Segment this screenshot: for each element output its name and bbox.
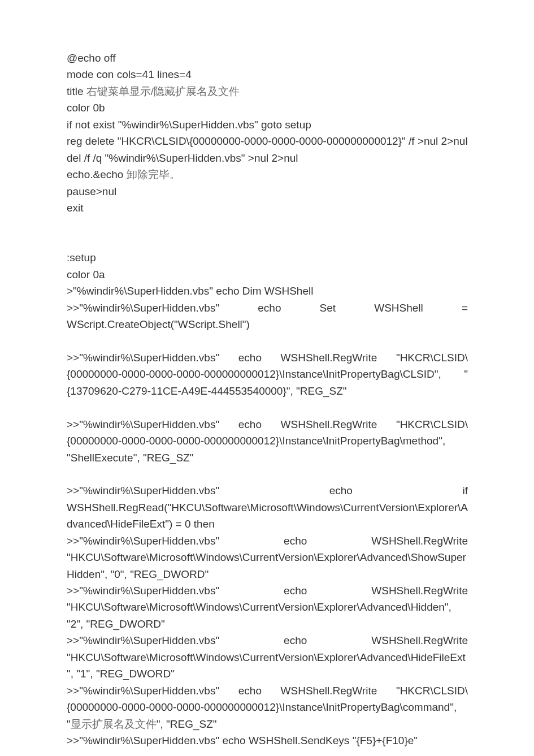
cjk-text-span: 显示扩展名及文件	[71, 718, 157, 730]
code-line: >>"%windir%\SuperHidden.vbs" echo WSHShe…	[67, 416, 468, 466]
code-line: :setup	[67, 249, 468, 266]
code-line: >>"%windir%\SuperHidden.vbs" echo WSHShe…	[67, 732, 468, 749]
code-line: >>"%windir%\SuperHidden.vbs" echo WSHShe…	[67, 682, 468, 732]
code-line: title 右键菜单显示/隐藏扩展名及文件	[67, 83, 468, 100]
code-line: exit	[67, 200, 468, 216]
blank-line	[67, 399, 468, 416]
code-line: color 0b	[67, 100, 468, 116]
code-line: >>"%windir%\SuperHidden.vbs" echo WSHShe…	[67, 349, 468, 399]
cjk-text-span: 卸除完毕。	[127, 169, 180, 180]
blank-line	[67, 233, 468, 249]
code-line: pause>nul	[67, 183, 468, 200]
code-line: >"%windir%\SuperHidden.vbs" echo Dim WSH…	[67, 283, 468, 299]
code-text-span: ", "REG_SZ"	[157, 718, 217, 730]
code-line: >>"%windir%\SuperHidden.vbs" echo WSHShe…	[67, 582, 468, 632]
code-line: >>"%windir%\SuperHidden.vbs" echo WSHShe…	[67, 632, 468, 682]
code-text-span: echo.&echo	[67, 169, 127, 180]
code-line: color 0a	[67, 266, 468, 283]
cjk-text-span: 右键菜单显示/隐藏扩展名及文件	[86, 85, 240, 97]
code-text-span: title	[67, 85, 86, 97]
code-line: >>"%windir%\SuperHidden.vbs" echo if WSH…	[67, 482, 468, 532]
blank-line	[67, 216, 468, 232]
code-line: reg delete "HKCR\CLSID\{00000000-0000-00…	[67, 133, 468, 149]
blank-line	[67, 332, 468, 349]
code-line: del /f /q "%windir%\SuperHidden.vbs" >nu…	[67, 150, 468, 166]
code-line: >>"%windir%\SuperHidden.vbs" echo Set WS…	[67, 300, 468, 333]
code-document: @echo offmode con cols=41 lines=4title 右…	[67, 50, 468, 749]
code-line: >>"%windir%\SuperHidden.vbs" echo WSHShe…	[67, 533, 468, 582]
code-line: mode con cols=41 lines=4	[67, 66, 468, 83]
code-line: echo.&echo 卸除完毕。	[67, 166, 468, 183]
code-line: @echo off	[67, 50, 468, 66]
blank-line	[67, 466, 468, 482]
code-line: if not exist "%windir%\SuperHidden.vbs" …	[67, 116, 468, 133]
